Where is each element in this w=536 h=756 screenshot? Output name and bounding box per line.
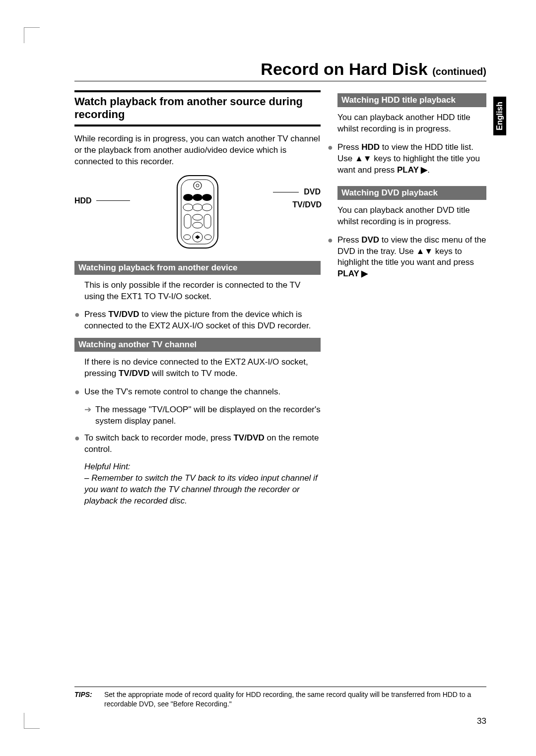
text: . <box>427 165 430 175</box>
hint-body: – Remember to switch the TV back to its … <box>84 473 321 507</box>
title-underline <box>74 81 486 81</box>
page-number: 33 <box>477 716 486 726</box>
paragraph: This is only possible if the recorder is… <box>84 280 321 303</box>
tips-footer: TIPS: Set the appropriate mode of record… <box>74 687 486 709</box>
text: Press <box>337 235 361 245</box>
bold-text: TV/DVD <box>108 310 139 319</box>
bold-text: DVD <box>361 235 379 245</box>
bold-text: PLAY ▶ <box>337 269 368 278</box>
bold-text: TV/DVD <box>119 369 149 378</box>
callout-line <box>273 192 299 192</box>
paragraph: You can playback another DVD title whils… <box>337 205 486 228</box>
label-dvd: DVD <box>304 188 321 196</box>
label-hdd: HDD <box>74 196 92 205</box>
left-column: Watch playback from another source durin… <box>74 90 321 507</box>
remote-icon <box>170 175 225 249</box>
page-title: Record on Hard Disk (continued) <box>40 60 506 79</box>
right-column: Watching HDD title playback You can play… <box>337 90 486 507</box>
bullet-text: Press DVD to view the disc menu of the D… <box>337 235 486 280</box>
bullet-item: ● Use the TV's remote control to change … <box>74 386 321 398</box>
helpful-hint: Helpful Hint: – Remember to switch the T… <box>84 461 321 507</box>
result-text: The message "TV/LOOP" will be displayed … <box>95 404 321 427</box>
callout-line <box>96 200 130 201</box>
bullet-item: ● Press TV/DVD to view the picture from … <box>74 309 321 332</box>
svg-point-6 <box>202 194 212 201</box>
label-tvdvd: TV/DVD <box>292 200 322 209</box>
bullet-text: Use the TV's remote control to change th… <box>84 386 321 398</box>
bullet-text: To switch back to recorder mode, press T… <box>84 433 321 455</box>
content-columns: Watch playback from another source durin… <box>74 90 486 507</box>
paragraph: If there is no device connected to the E… <box>84 357 321 379</box>
bullet-item: ● To switch back to recorder mode, press… <box>74 433 321 455</box>
bullet-item: ● Press DVD to view the disc menu of the… <box>328 235 486 280</box>
subhead-hdd-playback: Watching HDD title playback <box>337 93 486 107</box>
bullet-icon: ● <box>74 309 84 332</box>
section-heading: Watch playback from another source durin… <box>74 90 321 126</box>
bullet-text: Press HDD to view the HDD title list. Us… <box>337 142 486 176</box>
text: will switch to TV mode. <box>149 369 237 378</box>
text: Press <box>337 142 361 152</box>
bullet-item: ● Press HDD to view the HDD title list. … <box>328 142 486 176</box>
title-continued: (continued) <box>432 66 486 77</box>
subhead-another-tv: Watching another TV channel <box>74 338 321 352</box>
language-tab: English <box>493 97 506 135</box>
bullet-icon: ● <box>74 433 84 455</box>
intro-paragraph: While recording is in progress, you can … <box>74 133 321 168</box>
title-main: Record on Hard Disk <box>261 60 427 78</box>
bullet-icon: ● <box>328 235 337 280</box>
arrow-icon: ➔ <box>84 404 95 427</box>
subhead-dvd-playback: Watching DVD playback <box>337 186 486 200</box>
svg-point-5 <box>193 194 202 201</box>
bullet-text: Press TV/DVD to view the picture from th… <box>84 309 321 332</box>
bold-text: PLAY ▶ <box>397 165 427 175</box>
paragraph: You can playback another HDD title whils… <box>337 112 486 135</box>
text: To switch back to recorder mode, press <box>84 433 233 442</box>
bullet-icon: ● <box>328 142 337 176</box>
bullet-icon: ● <box>74 386 84 398</box>
crop-mark-top-left <box>24 27 40 43</box>
crop-mark-bottom-left <box>24 713 40 729</box>
tips-text: Set the appropriate mode of record quali… <box>104 690 486 709</box>
remote-diagram: HDD DVD TV/DVD <box>74 175 321 254</box>
svg-point-4 <box>183 194 193 201</box>
text: Press <box>84 310 108 319</box>
hint-label: Helpful Hint: <box>84 461 321 473</box>
result-item: ➔ The message "TV/LOOP" will be displaye… <box>74 404 321 427</box>
bold-text: TV/DVD <box>233 433 264 442</box>
bold-text: HDD <box>361 142 380 152</box>
tips-label: TIPS: <box>74 690 104 709</box>
subhead-playback-other-device: Watching playback from another device <box>74 261 321 275</box>
